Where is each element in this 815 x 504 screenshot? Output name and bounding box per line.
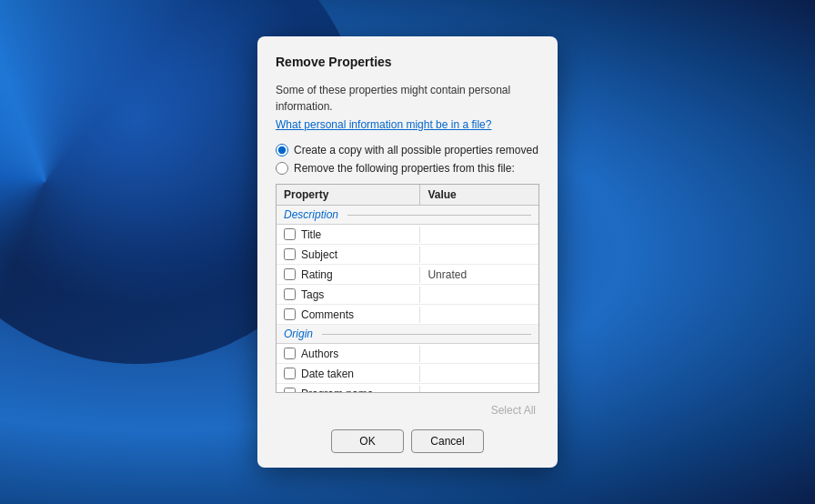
prop-subject-value (420, 253, 538, 257)
prop-date-taken-cell: Date taken (277, 366, 420, 382)
table-row: Tags (277, 285, 538, 305)
prop-comments-label: Comments (301, 308, 354, 321)
section-origin: Origin (277, 325, 538, 344)
prop-authors-value (420, 352, 538, 356)
checkbox-title[interactable] (284, 228, 296, 240)
prop-subject-cell: Subject (277, 247, 420, 263)
radio-copy[interactable] (276, 144, 288, 156)
property-table-container: Property Value Description Title Subject (276, 184, 539, 393)
table-row: Authors (277, 344, 538, 364)
table-row: Program name (277, 384, 538, 393)
radio-group: Create a copy with all possible properti… (276, 144, 539, 175)
section-description-label: Description (284, 208, 338, 221)
prop-program-name-value (420, 392, 538, 394)
prop-rating-cell: Rating (277, 267, 420, 283)
prop-title-label: Title (301, 228, 321, 241)
cancel-button[interactable]: Cancel (411, 429, 484, 453)
checkbox-tags[interactable] (284, 288, 296, 300)
prop-date-taken-value (420, 372, 538, 376)
table-row: Subject (277, 245, 538, 265)
table-header: Property Value (277, 185, 538, 206)
prop-tags-value (420, 293, 538, 297)
table-row: Comments (277, 305, 538, 325)
radio-remove-text: Remove the following properties from thi… (294, 162, 515, 175)
select-all-row: Select All (276, 402, 539, 418)
prop-title-cell: Title (277, 227, 420, 243)
dialog-overlay: Remove Properties Some of these properti… (0, 0, 815, 504)
prop-authors-cell: Authors (277, 346, 420, 362)
remove-properties-dialog: Remove Properties Some of these properti… (257, 36, 558, 468)
prop-tags-label: Tags (301, 288, 324, 301)
ok-button[interactable]: OK (331, 429, 404, 453)
prop-tags-cell: Tags (277, 287, 420, 303)
checkbox-date-taken[interactable] (284, 368, 296, 379)
prop-authors-label: Authors (301, 348, 338, 360)
info-link[interactable]: What personal information might be in a … (276, 118, 539, 131)
prop-subject-label: Subject (301, 248, 337, 261)
radio-remove[interactable] (276, 162, 288, 175)
prop-comments-value (420, 313, 538, 317)
section-origin-label: Origin (284, 328, 313, 340)
col-value-header: Value (420, 185, 538, 205)
radio-copy-label[interactable]: Create a copy with all possible properti… (276, 144, 539, 156)
table-row: Date taken (277, 364, 538, 384)
table-row: Rating Unrated (277, 265, 538, 285)
dialog-title: Remove Properties (276, 55, 539, 69)
col-property-header: Property (277, 185, 420, 205)
checkbox-subject[interactable] (284, 248, 296, 260)
table-row: Title (277, 225, 538, 245)
prop-comments-cell: Comments (277, 307, 420, 323)
button-row: OK Cancel (276, 429, 539, 453)
checkbox-comments[interactable] (284, 308, 296, 320)
info-text: Some of these properties might contain p… (276, 82, 539, 115)
prop-date-taken-label: Date taken (301, 368, 354, 380)
radio-remove-label[interactable]: Remove the following properties from thi… (276, 162, 539, 175)
prop-title-value (420, 233, 538, 237)
prop-program-name-label: Program name (301, 388, 373, 394)
checkbox-rating[interactable] (284, 268, 296, 280)
prop-program-name-cell: Program name (277, 386, 420, 394)
select-all-button[interactable]: Select All (488, 402, 539, 418)
checkbox-program-name[interactable] (284, 388, 296, 393)
checkbox-authors[interactable] (284, 348, 296, 359)
radio-copy-text: Create a copy with all possible properti… (294, 144, 538, 156)
prop-rating-label: Rating (301, 268, 333, 281)
prop-rating-value: Unrated (420, 267, 538, 283)
section-description: Description (277, 206, 538, 225)
